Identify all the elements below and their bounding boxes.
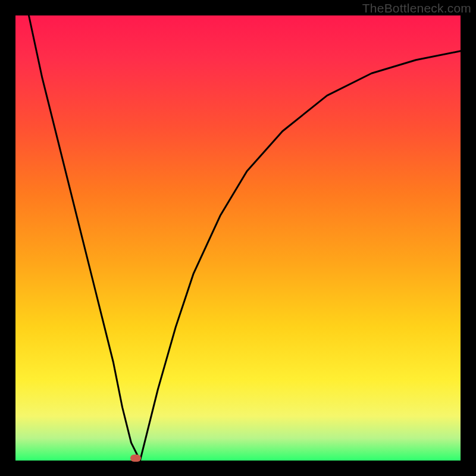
- min-marker: [130, 455, 141, 462]
- bottleneck-curve: [29, 15, 461, 461]
- curve-svg: [15, 15, 461, 461]
- chart-frame: TheBottleneck.com: [0, 0, 476, 476]
- watermark-text: TheBottleneck.com: [362, 1, 471, 15]
- plot-area: [15, 15, 461, 461]
